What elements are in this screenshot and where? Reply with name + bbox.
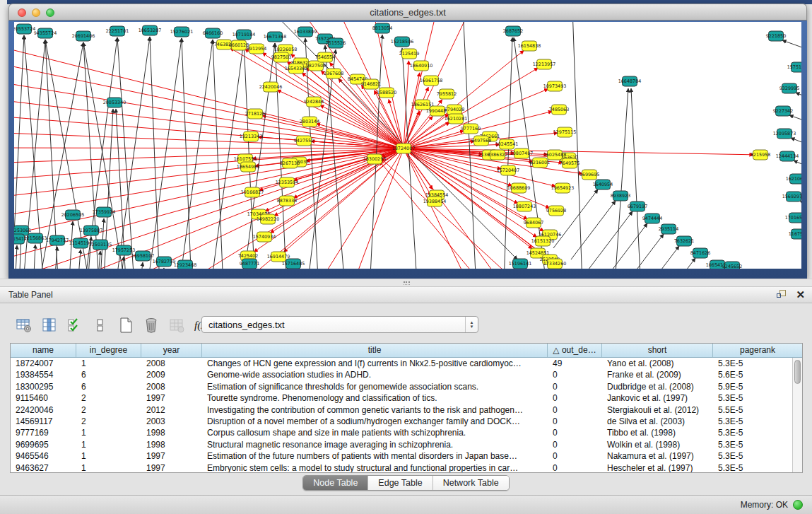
cell-short[interactable]: Franke et al. (2009) <box>602 369 713 380</box>
cell-in_degree[interactable]: 2 <box>76 404 141 416</box>
graph-node[interactable]: 6497568 <box>471 136 491 146</box>
column-header-pagerank[interactable]: pagerank <box>713 344 802 357</box>
delete-column-button[interactable] <box>141 316 160 335</box>
graph-node[interactable]: 16154838 <box>518 41 541 51</box>
cell-title[interactable]: Genome-wide association studies in ADHD. <box>202 369 548 380</box>
table-row[interactable]: 977716911998Corpus callosum shape and si… <box>11 427 792 438</box>
graph-node[interactable]: 16671368 <box>264 32 287 42</box>
cell-name[interactable]: 19384554 <box>11 369 76 380</box>
graph-node[interactable]: 9487771 <box>240 259 259 269</box>
graph-node[interactable]: 7386322 <box>488 150 507 160</box>
graph-node[interactable]: 15692971 <box>782 192 801 201</box>
graph-node[interactable]: 13975887 <box>80 226 103 235</box>
graph-node[interactable]: 9777169 <box>461 124 481 134</box>
cell-short[interactable]: Stergiakouli et al. (2012) <box>602 404 713 416</box>
table-row[interactable]: 946362711997Embryonic stem cells: a mode… <box>11 462 792 472</box>
graph-node[interactable]: 20053340 <box>103 98 126 107</box>
cell-title[interactable]: Changes of HCN gene expression and I(f) … <box>202 358 548 369</box>
cell-short[interactable]: Hescheler et al. (1997) <box>602 462 713 472</box>
cell-title[interactable]: Estimation of significance thresholds fo… <box>202 381 548 392</box>
cell-pagerank[interactable]: 5.3E-5 <box>713 358 792 369</box>
cell-out_de[interactable]: 0 <box>548 381 602 392</box>
graph-node[interactable]: 8878334 <box>277 196 297 206</box>
cell-out_de[interactable]: 0 <box>548 404 602 416</box>
cell-short[interactable]: Nakamura et al. (1997) <box>602 450 713 462</box>
graph-node[interactable]: 9329995 <box>779 83 799 93</box>
cell-year[interactable]: 2003 <box>141 416 202 427</box>
graph-node[interactable]: 9827503 <box>271 52 291 62</box>
cell-name[interactable]: 9465546 <box>11 450 76 462</box>
cell-pagerank[interactable]: 5.3E-5 <box>713 427 792 438</box>
graph-node[interactable]: 17016504 <box>785 213 801 223</box>
table-row[interactable]: 1938455462009Genome-wide association stu… <box>11 369 792 380</box>
cell-year[interactable]: 2009 <box>141 369 202 380</box>
cell-name[interactable]: 9777169 <box>11 427 76 438</box>
graph-node[interactable]: 6216001 <box>530 158 550 168</box>
graph-node[interactable]: 10719184 <box>233 30 256 40</box>
vertical-scrollbar[interactable] <box>792 358 802 472</box>
graph-node[interactable]: 15720407 <box>497 165 520 175</box>
cell-out_de[interactable]: 0 <box>548 369 602 380</box>
cell-title[interactable]: Tourette syndrome. Phenomenology and cla… <box>202 392 548 404</box>
cell-name[interactable]: 9115460 <box>11 392 76 404</box>
scrollbar-thumb[interactable] <box>794 360 801 384</box>
cell-short[interactable]: Jankovic et al. (1997) <box>602 392 713 404</box>
graph-node[interactable]: 7955812 <box>437 89 457 99</box>
graph-node[interactable]: 13213343 <box>240 132 263 141</box>
tab-edge-table[interactable]: Edge Table <box>368 476 433 490</box>
graph-node[interactable]: 9146821 <box>361 79 381 89</box>
graph-node[interactable]: 8267130 <box>280 158 300 168</box>
table-row[interactable]: 911546021997Tourette syndrome. Phenomeno… <box>11 392 792 404</box>
graph-node[interactable]: 17942757 <box>46 235 69 245</box>
graph-node[interactable]: 22251701 <box>106 26 129 36</box>
column-header-short[interactable]: short <box>602 344 713 357</box>
graph-node[interactable]: 12353594 <box>276 177 299 187</box>
cell-year[interactable]: 1998 <box>141 427 202 438</box>
graph-node[interactable]: 12213957 <box>533 59 556 69</box>
column-header-year[interactable]: year <box>141 344 202 357</box>
graph-node[interactable]: 10653287 <box>139 25 162 35</box>
tab-network-table[interactable]: Network Table <box>433 476 509 490</box>
cell-title[interactable]: Embryonic stem cells: a model to study s… <box>202 462 548 472</box>
graph-node[interactable]: 7649575 <box>560 158 579 168</box>
cell-short[interactable]: Yano et al. (2008) <box>602 358 713 369</box>
graph-node[interactable]: 6466160 <box>203 28 223 38</box>
cell-out_de[interactable]: 49 <box>548 358 602 369</box>
graph-node[interactable]: 12503135 <box>89 240 112 250</box>
zoom-window-button[interactable] <box>46 8 54 17</box>
graph-node[interactable]: 9221850 <box>766 31 786 41</box>
cell-out_de[interactable]: 0 <box>548 462 602 472</box>
cell-in_degree[interactable]: 6 <box>76 369 141 380</box>
table-source-select[interactable]: citations_edges.txt ▲▼ <box>201 316 478 333</box>
cell-title[interactable]: Estimation of the future numbers of pati… <box>202 450 548 462</box>
graph-node[interactable]: 12444134 <box>776 151 799 161</box>
close-window-button[interactable] <box>18 8 26 17</box>
column-header-out_de[interactable]: △ out_de… <box>548 344 602 357</box>
cell-title[interactable]: Structural magnetic resonance image aver… <box>202 439 548 450</box>
table-row[interactable]: 969969511998Structural magnetic resonanc… <box>11 439 792 450</box>
graph-node[interactable]: 9245652 <box>722 262 742 269</box>
graph-node[interactable]: 10688609 <box>507 183 531 193</box>
table-row[interactable]: 946554611997Estimation of the future num… <box>11 450 792 462</box>
cell-name[interactable]: 18724007 <box>11 358 76 369</box>
graph-node[interactable]: 15740934 <box>253 232 276 242</box>
network-graph[interactable]: 1872400774638229660128891295418226058982… <box>14 22 801 269</box>
graph-node[interactable]: 16033809 <box>294 27 317 37</box>
cell-out_de[interactable]: 0 <box>548 416 602 427</box>
cell-pagerank[interactable]: 5.3E-5 <box>713 392 792 404</box>
graph-node[interactable]: 9242844 <box>304 97 324 107</box>
cell-pagerank[interactable]: 5.6E-5 <box>713 369 792 380</box>
graph-node[interactable]: 20691406 <box>72 31 95 41</box>
tab-node-table[interactable]: Node Table <box>303 476 368 490</box>
close-panel-icon[interactable]: ✕ <box>796 289 805 300</box>
cell-in_degree[interactable]: 1 <box>76 450 141 462</box>
graph-node[interactable]: 9427552 <box>294 136 314 146</box>
select-columns-button[interactable] <box>65 316 84 335</box>
table-row[interactable]: 1872400712008Changes of HCN gene express… <box>11 358 792 369</box>
cell-out_de[interactable]: 0 <box>548 427 602 438</box>
panel-splitter[interactable] <box>0 279 812 286</box>
graph-node[interactable]: 18807243 <box>513 201 536 211</box>
graph-node[interactable]: 8813054 <box>372 23 392 33</box>
graph-node[interactable]: 6794028 <box>445 105 464 115</box>
cell-pagerank[interactable]: 5.9E-5 <box>713 381 792 392</box>
